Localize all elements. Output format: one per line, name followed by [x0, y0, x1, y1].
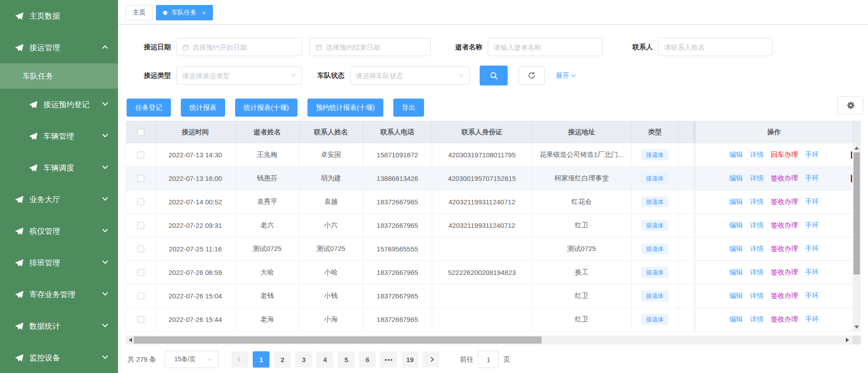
row-checkbox[interactable]	[137, 175, 144, 182]
sidebar-item-3[interactable]: 车队任务	[0, 63, 118, 89]
expand-link[interactable]: 展开	[556, 71, 575, 80]
row-checkbox[interactable]	[137, 246, 144, 252]
page-button[interactable]: 1	[253, 351, 269, 368]
more-pages-button[interactable]: •••	[380, 351, 397, 368]
action-link[interactable]: 签收办理	[771, 198, 798, 206]
action-link[interactable]: 手环	[805, 198, 819, 206]
deceased-name-input[interactable]	[488, 43, 602, 51]
action-link[interactable]: 详情	[750, 174, 764, 183]
cell-spacer	[679, 284, 695, 307]
sidebar-item-1[interactable]: 主页数据	[0, 0, 118, 32]
page-button[interactable]: 5	[338, 351, 354, 368]
page-button[interactable]: 2	[274, 351, 291, 368]
action-link[interactable]: 签收办理	[771, 245, 798, 253]
page-button[interactable]: 6	[359, 351, 376, 368]
sidebar-item-7[interactable]: 业务大厅	[0, 184, 118, 215]
row-checkbox[interactable]	[137, 293, 144, 299]
action-link[interactable]: 编辑	[729, 292, 743, 300]
contact-name-field[interactable]	[658, 38, 773, 56]
action-link[interactable]: 手环	[805, 268, 819, 277]
date-end-input[interactable]	[322, 43, 430, 51]
action-link[interactable]: 详情	[750, 268, 764, 277]
action-link[interactable]: 详情	[750, 292, 764, 300]
action-link[interactable]: 编辑	[729, 174, 743, 183]
deceased-name-field[interactable]	[488, 38, 602, 56]
action-link[interactable]: 详情	[750, 315, 764, 324]
action-link[interactable]: 回车办理	[771, 151, 798, 159]
row-checkbox[interactable]	[137, 222, 144, 229]
action-link[interactable]: 详情	[750, 151, 764, 159]
page-button[interactable]: 3	[295, 351, 312, 368]
date-end-field[interactable]	[310, 38, 431, 56]
goto-page-input[interactable]	[478, 351, 499, 368]
action-link[interactable]: 签收办理	[771, 268, 798, 277]
page-button[interactable]: 19	[401, 351, 418, 368]
action-link[interactable]: 详情	[750, 245, 764, 253]
toolbar-button-3[interactable]: 统计报表(十堰)	[235, 99, 297, 117]
toolbar-button-5[interactable]: 导出	[393, 99, 424, 117]
next-page-button[interactable]	[423, 351, 439, 368]
page-button[interactable]: 4	[316, 351, 333, 368]
cell-time: 2022-07-26 15:04	[156, 284, 236, 307]
scroll-down-button[interactable]	[853, 323, 861, 331]
prev-page-button[interactable]	[231, 351, 248, 368]
horizontal-scrollbar-thumb[interactable]	[134, 336, 542, 344]
action-link[interactable]: 手环	[805, 174, 819, 183]
sidebar-item-2[interactable]: 接运管理	[0, 32, 118, 63]
action-link[interactable]: 签收办理	[771, 174, 798, 183]
page-size-select[interactable]: 15条/页	[165, 351, 218, 368]
action-link[interactable]: 手环	[805, 151, 819, 159]
action-link[interactable]: 签收办理	[771, 292, 798, 300]
horizontal-scrollbar[interactable]	[126, 335, 861, 345]
cell-deceased: 袁秀平	[236, 190, 299, 213]
sidebar-item-6[interactable]: 车辆调度	[0, 152, 118, 184]
sidebar-item-12[interactable]: 监控设备	[0, 342, 118, 373]
sidebar-item-8[interactable]: 殡仪管理	[0, 215, 118, 247]
transfer-type-input[interactable]	[177, 72, 302, 80]
row-checkbox[interactable]	[137, 151, 144, 158]
date-start-input[interactable]	[189, 43, 302, 51]
close-icon[interactable]: ×	[202, 10, 206, 16]
sidebar-item-11[interactable]: 数据统计	[0, 310, 118, 342]
action-link[interactable]: 详情	[750, 221, 764, 230]
date-start-field[interactable]	[176, 38, 302, 56]
action-link[interactable]: 详情	[750, 198, 764, 206]
scroll-left-button[interactable]	[127, 335, 134, 345]
action-link[interactable]: 编辑	[729, 315, 743, 324]
vertical-scrollbar-thumb[interactable]	[854, 152, 860, 274]
vertical-scrollbar[interactable]	[853, 143, 861, 331]
sidebar-item-9[interactable]: 排班管理	[0, 247, 118, 279]
fleet-status-input[interactable]	[350, 72, 469, 80]
row-checkbox[interactable]	[137, 198, 144, 205]
action-link[interactable]: 编辑	[729, 198, 743, 206]
fleet-status-select[interactable]	[350, 66, 470, 85]
action-link[interactable]: 编辑	[729, 245, 743, 253]
refresh-button[interactable]	[519, 66, 545, 85]
action-link[interactable]: 签收办理	[771, 315, 798, 324]
action-link[interactable]: 手环	[805, 292, 819, 300]
sidebar-item-5[interactable]: 车辆管理	[0, 120, 118, 152]
action-link[interactable]: 编辑	[729, 151, 743, 159]
select-all-checkbox[interactable]	[137, 129, 144, 136]
transfer-type-select[interactable]	[176, 66, 302, 85]
toolbar-button-4[interactable]: 预约统计报表(十堰)	[307, 99, 383, 117]
action-link[interactable]: 编辑	[729, 221, 743, 230]
row-checkbox[interactable]	[137, 316, 144, 323]
toolbar-button-1[interactable]: 任务登记	[127, 99, 171, 117]
action-link[interactable]: 手环	[805, 245, 819, 253]
row-checkbox[interactable]	[137, 269, 144, 276]
column-settings-button[interactable]	[838, 96, 863, 114]
sidebar-item-10[interactable]: 寄存业务管理	[0, 279, 118, 310]
tab-2[interactable]: 车队任务×	[156, 5, 213, 20]
toolbar-button-2[interactable]: 统计报表	[181, 99, 225, 117]
scroll-up-button[interactable]	[853, 144, 861, 151]
action-link[interactable]: 编辑	[729, 268, 743, 277]
action-link[interactable]: 手环	[805, 315, 819, 324]
action-link[interactable]: 签收办理	[771, 221, 798, 230]
contact-name-input[interactable]	[659, 43, 772, 51]
search-button[interactable]	[480, 66, 508, 85]
sidebar-item-4[interactable]: 接运预约登记	[0, 89, 118, 120]
scroll-right-button[interactable]	[844, 335, 851, 345]
action-link[interactable]: 手环	[805, 221, 819, 230]
tab-1[interactable]: 主页	[126, 5, 153, 20]
